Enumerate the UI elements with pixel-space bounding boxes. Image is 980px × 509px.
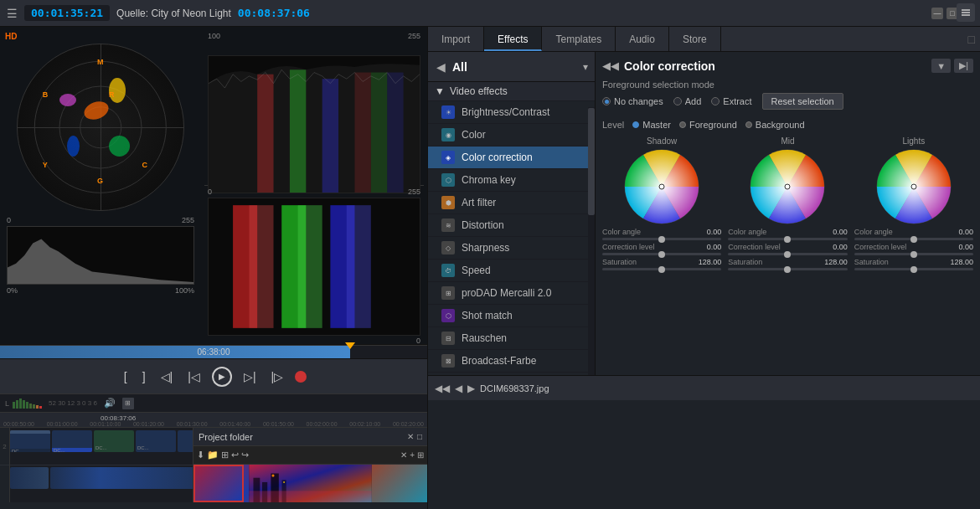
nav-expand-btn[interactable]: ◀◀ (435, 383, 450, 394)
color-wheel-lights[interactable] (876, 149, 952, 224)
svg-rect-6 (354, 73, 370, 193)
cc-dropdown-btn[interactable]: ▼ (931, 59, 951, 73)
play-btn[interactable]: ▶ (212, 367, 232, 387)
shadow-cl-label: Correction level (602, 243, 655, 251)
out-point-btn[interactable]: ] (139, 368, 149, 385)
pf-folder-btn[interactable]: 📁 (207, 450, 219, 460)
lights-cl-slider[interactable] (854, 253, 973, 255)
effects-scrollbar-thumb[interactable] (588, 108, 595, 215)
pf-plus-btn[interactable]: + (410, 450, 415, 460)
file-name: DCIM698337.jpg (480, 383, 549, 393)
vol-icon[interactable]: 🔊 (104, 398, 116, 409)
wheel-shadow-params: Color angle 0.00 Correction level 0.00 (602, 228, 721, 273)
nav-back-btn[interactable]: ◀ (435, 59, 447, 75)
record-btn[interactable] (295, 371, 307, 383)
effect-icon-broadcast: ⊠ (441, 354, 455, 368)
effect-item-chromakey[interactable]: ⬡ Chroma key (428, 169, 595, 192)
effect-item-colorcorrection[interactable]: ◈ Color correction (428, 147, 595, 169)
last-frame-btn[interactable]: ▷| (240, 368, 260, 385)
lights-ca-label: Color angle (854, 228, 893, 236)
shadow-cl-thumb (658, 251, 665, 258)
pf-close-btn[interactable]: ✕ (407, 432, 414, 441)
tab-store[interactable]: Store (669, 27, 721, 51)
nav-dropdown-btn[interactable]: ▾ (583, 61, 588, 73)
effects-category-video[interactable]: ▼ Video effects (428, 82, 595, 101)
radio-add[interactable]: Add (673, 96, 702, 106)
effect-item-sharpness[interactable]: ◇ Sharpness (428, 237, 595, 260)
mid-sat-label: Saturation (728, 258, 762, 266)
effect-item-speed[interactable]: ⏱ Speed (428, 260, 595, 282)
effect-label-shotmatch: Shot match (462, 310, 513, 321)
mid-sat-value: 128.00 (824, 258, 848, 266)
pf-import-btn[interactable]: ⬇ (197, 450, 204, 460)
reset-selection-btn[interactable]: Reset selection (762, 93, 843, 110)
mid-ca-slider[interactable] (728, 238, 847, 240)
lights-ca-slider[interactable] (854, 238, 973, 240)
level-master[interactable]: Master (632, 120, 671, 130)
shadow-cl-slider[interactable] (602, 253, 721, 255)
effect-item-shotmatch[interactable]: ⬡ Shot match (428, 305, 595, 327)
nav-left-btn[interactable]: ◀ (455, 383, 462, 394)
tab-import[interactable]: Import (428, 27, 484, 51)
effects-scrollbar[interactable] (588, 107, 595, 375)
menu-icon[interactable]: ☰ (7, 7, 18, 20)
in-point-btn[interactable]: [ (121, 368, 131, 385)
track-label-1 (0, 465, 9, 502)
source-name: Quelle: City of Neon Light (116, 8, 231, 19)
color-wheel-shadow[interactable] (624, 149, 699, 224)
effect-item-brightness[interactable]: ☀ Brightness/Contrast (428, 101, 595, 124)
tl-grid-btn[interactable]: ⊞ (122, 398, 134, 409)
cc-back-btn[interactable]: ◀◀ (602, 59, 619, 72)
level-dot-background (745, 121, 752, 128)
timecode-current[interactable]: 00:01:35:21 (24, 5, 110, 21)
mid-ca-label: Color angle (728, 228, 766, 236)
next-scene-btn[interactable]: |▷ (268, 368, 287, 385)
effect-item-stanzformen[interactable]: ⬖ Stanzformen (428, 373, 595, 375)
mid-sat-slider[interactable] (728, 268, 847, 270)
timecode-total: 00:08:37:06 (238, 7, 310, 19)
level-background[interactable]: Background (745, 120, 805, 130)
effect-item-color[interactable]: ◉ Color (428, 124, 595, 147)
track-clip: DC... (10, 430, 50, 452)
effect-icon-speed: ⏱ (441, 264, 455, 277)
level-foreground[interactable]: Foreground (679, 120, 737, 130)
track-label-2: 2 (0, 428, 9, 465)
effect-label-brightness: Brightness/Contrast (462, 106, 549, 118)
nav-right-btn[interactable]: ▶ (467, 383, 475, 394)
mid-cl-slider[interactable] (728, 253, 847, 255)
pf-undo-btn[interactable]: ↩ (231, 450, 239, 460)
color-wheel-mid[interactable] (750, 149, 825, 224)
first-frame-btn[interactable]: |◁ (184, 368, 204, 385)
effect-label-artfilter: Art filter (462, 197, 496, 208)
cc-forward-btn[interactable]: ▶| (954, 59, 973, 73)
tab-audio[interactable]: Audio (616, 27, 669, 51)
mid-ca-thumb (784, 236, 791, 243)
pf-x-btn[interactable]: ✕ (400, 450, 407, 460)
shadow-ca-slider[interactable] (602, 238, 721, 240)
effect-item-distortion[interactable]: ≋ Distortion (428, 214, 595, 237)
radio-no-changes[interactable]: No changes (602, 96, 663, 106)
effect-label-distortion: Distortion (462, 219, 504, 231)
tab-effects[interactable]: Effects (484, 27, 542, 51)
shadow-sat-slider[interactable] (602, 268, 721, 270)
pf-grid-btn[interactable]: ⊞ (221, 450, 229, 460)
effect-item-broadcast[interactable]: ⊠ Broadcast-Farbe (428, 350, 595, 373)
progress-bar[interactable]: 06:38:00 (0, 345, 427, 358)
pf-app-btn[interactable]: ⊞ (417, 450, 424, 460)
effect-item-rauschen[interactable]: ⊟ Rauschen (428, 327, 595, 350)
pf-expand-btn[interactable]: □ (417, 432, 422, 441)
panel-minimize-btn[interactable]: □ (968, 33, 975, 46)
prev-scene-btn[interactable]: ◁| (157, 368, 177, 385)
lights-sat-slider[interactable] (854, 268, 973, 270)
corner-icon[interactable] (957, 3, 975, 22)
minimize-btn[interactable]: — (931, 8, 943, 19)
effect-label-colorcorrection: Color correction (462, 152, 533, 163)
svg-rect-5 (322, 79, 338, 193)
radio-extract[interactable]: Extract (711, 96, 751, 106)
svg-point-32 (911, 184, 916, 189)
pf-redo-btn[interactable]: ↪ (241, 450, 249, 460)
tab-templates[interactable]: Templates (542, 27, 616, 51)
effect-item-artfilter[interactable]: ⬢ Art filter (428, 192, 595, 214)
track-clip: DC... (94, 430, 134, 452)
effect-item-mercalli[interactable]: ⊞ proDAD Mercalli 2.0 (428, 282, 595, 305)
